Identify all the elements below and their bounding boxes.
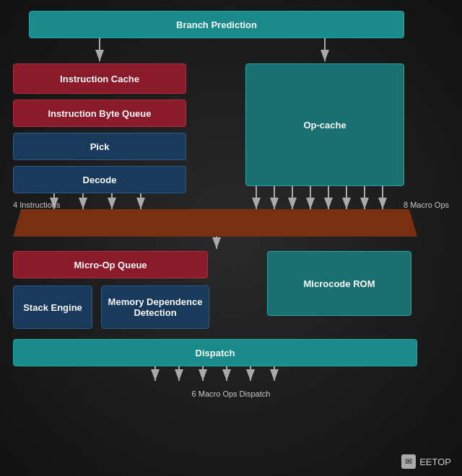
instruction-cache-block: Instruction Cache [13,63,186,94]
instruction-byte-queue-block: Instruction Byte Queue [13,100,186,127]
op-cache-label: Op-cache [303,120,346,131]
stack-engine-label: Stack Engine [23,302,82,313]
op-cache-block: Op-cache [245,63,404,186]
micro-op-queue-label: Micro-Op Queue [74,260,147,270]
memory-dependence-block: Memory Dependence Detection [101,286,209,329]
funnel-shape [13,209,417,237]
dispatch-count-label: 6 Macro Ops Dispatch [192,389,271,398]
memory-dependence-label: Memory Dependence Detection [102,296,209,318]
stack-engine-block: Stack Engine [13,286,92,329]
watermark-text: EETOP [419,457,451,467]
microcode-rom-block: Microcode ROM [267,251,411,316]
dispatch-label: Dispatch [196,348,235,358]
decode-block: Decode [13,166,186,193]
branch-prediction-block: Branch Prediction [29,11,404,38]
microcode-rom-label: Microcode ROM [304,278,375,289]
funnel-shape-container [13,209,417,237]
dispatch-block: Dispatch [13,339,417,366]
pick-label: Pick [90,141,110,152]
pick-block: Pick [13,133,186,160]
instruction-byte-queue-label: Instruction Byte Queue [48,108,151,119]
micro-op-queue-block: Micro-Op Queue [13,251,208,278]
branch-prediction-label: Branch Prediction [176,19,257,30]
instruction-cache-label: Instruction Cache [60,74,139,84]
instructions-count-label: 4 Instructions [13,200,60,209]
decode-label: Decode [83,175,117,185]
watermark: ✉ EETOP [401,454,451,469]
wechat-icon: ✉ [401,454,416,469]
macro-ops-count-label: 8 Macro Ops [404,200,449,209]
